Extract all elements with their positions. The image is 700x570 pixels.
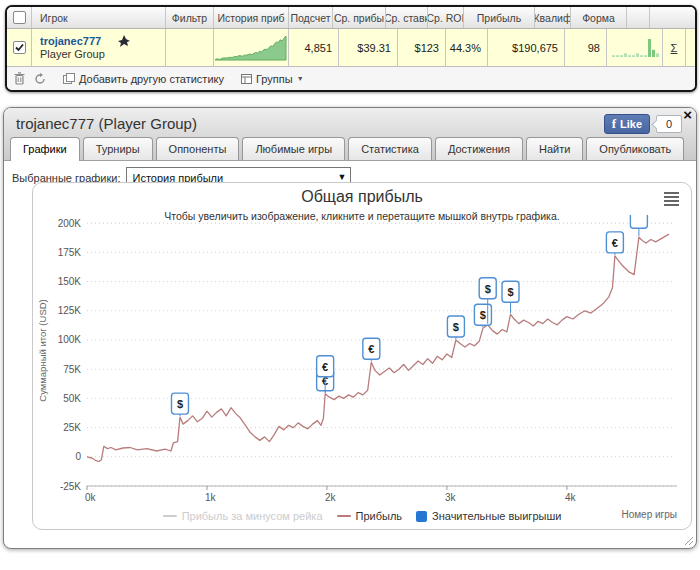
legend-item-profit[interactable]: Прибыль <box>337 510 403 522</box>
filter-cell <box>166 29 214 66</box>
resize-gripper[interactable] <box>683 535 694 546</box>
shark-icon <box>117 35 131 48</box>
groups-button[interactable]: Группы ▼ <box>241 73 304 85</box>
svg-text:175K: 175K <box>58 247 82 258</box>
tab-tournaments[interactable]: Турниры <box>83 137 153 160</box>
col-profit: Прибыль <box>464 7 535 28</box>
form-sparkline <box>610 37 660 59</box>
groups-dropdown-arrow: ▼ <box>297 75 304 82</box>
svg-text:€: € <box>322 361 328 373</box>
svg-text:$: $ <box>480 309 486 321</box>
facebook-like-widget: f Like 0 <box>604 114 682 134</box>
refresh-button[interactable] <box>34 73 46 85</box>
profit-history-sparkline <box>215 34 287 62</box>
profit-chart: Общая прибыль Чтобы увеличить изображени… <box>32 182 692 530</box>
table-row: trojanec777 Player Group 4,851 $39.31 $1… <box>7 29 695 66</box>
qualified-value: 98 <box>565 29 607 66</box>
col-count: Подсчет <box>289 7 333 28</box>
tab-achievements[interactable]: Достижения <box>435 137 523 160</box>
add-statistic-button[interactable]: Добавить другую статистику <box>63 73 224 85</box>
tab-statistics[interactable]: Статистика <box>348 137 432 160</box>
player-group-label: Player Group <box>40 48 105 61</box>
tab-opponents[interactable]: Оппоненты <box>156 137 240 160</box>
tab-find[interactable]: Найти <box>526 137 583 160</box>
row-checkbox[interactable] <box>13 41 26 54</box>
panel-title: trojanec777 (Player Group) <box>16 115 197 132</box>
groups-icon <box>241 74 252 84</box>
svg-text:$: $ <box>177 398 183 410</box>
avg-roi-value: 44.3% <box>446 29 488 66</box>
col-qualified: Квалиф <box>535 7 571 28</box>
svg-text:€: € <box>368 343 374 355</box>
tab-publish[interactable]: Опубликовать <box>586 137 684 160</box>
legend-item-big-wins[interactable]: Значительные выигрыши <box>416 510 561 522</box>
chevron-down-icon: ▼ <box>338 172 347 182</box>
tab-bar: Графики Турниры Оппоненты Любимые игры С… <box>10 137 687 160</box>
check-icon <box>15 43 24 52</box>
svg-text:125K: 125K <box>58 305 82 316</box>
chart-plot-area[interactable]: 200K175K150K125K100K75K50K25K0-25K0k1k2k… <box>33 183 689 527</box>
svg-text:2k: 2k <box>325 492 337 503</box>
svg-text:$: $ <box>453 321 459 333</box>
player-stats-widget: Игрок Фильтр История приб Подсчет Ср. пр… <box>5 5 697 92</box>
profit-value: $190,675 <box>488 29 565 66</box>
delete-button[interactable] <box>14 72 25 85</box>
svg-text:Суммарный итог (USD): Суммарный итог (USD) <box>37 299 48 401</box>
player-detail-panel: trojanec777 (Player Group) × f Like 0 Гр… <box>3 107 697 549</box>
close-button[interactable]: × <box>683 108 692 122</box>
player-name-link[interactable]: trojanec777 <box>40 35 101 48</box>
svg-text:4k: 4k <box>565 492 577 503</box>
svg-text:$: $ <box>485 283 491 295</box>
col-history: История приб <box>214 7 289 28</box>
summary-sigma-link[interactable]: Σ <box>671 42 678 54</box>
svg-text:50K: 50K <box>63 393 81 404</box>
chart-menu-icon[interactable] <box>664 192 679 208</box>
count-value: 4,851 <box>289 29 339 66</box>
like-count: 0 <box>656 115 682 133</box>
col-form: Форма <box>571 7 627 28</box>
svg-text:3k: 3k <box>445 492 457 503</box>
svg-text:1k: 1k <box>205 492 217 503</box>
col-player: Игрок <box>32 7 166 28</box>
svg-text:25K: 25K <box>63 422 81 433</box>
col-filter: Фильтр <box>166 7 214 28</box>
add-statistic-icon <box>63 73 75 84</box>
form-sparkline-cell <box>607 29 663 66</box>
chart-legend: Прибыль за минусом рейка Прибыль Значите… <box>33 510 691 522</box>
svg-text:0: 0 <box>75 451 81 462</box>
trash-icon <box>14 72 25 85</box>
refresh-icon <box>34 73 46 85</box>
tab-charts[interactable]: Графики <box>10 137 80 161</box>
select-all-cell <box>7 7 32 28</box>
svg-text:0k: 0k <box>85 492 97 503</box>
legend-item-rake[interactable]: Прибыль за минусом рейка <box>163 510 323 522</box>
avg-profit-value: $39.31 <box>339 29 398 66</box>
svg-text:$: $ <box>507 286 513 298</box>
col-avg-stake: Ср. ставк <box>386 7 428 28</box>
panel-header: trojanec777 (Player Group) × f Like 0 Гр… <box>4 108 696 161</box>
col-avg-roi: Ср. ROI <box>428 7 464 28</box>
facebook-like-button[interactable]: f Like <box>604 114 650 134</box>
col-sigma <box>627 7 650 28</box>
svg-text:75K: 75K <box>63 364 81 375</box>
table-toolbar: Добавить другую статистику Группы ▼ <box>7 66 695 90</box>
avg-stake-value: $123 <box>398 29 446 66</box>
select-all-checkbox[interactable] <box>13 11 26 24</box>
facebook-icon: f <box>612 116 616 132</box>
chart-title: Общая прибыль <box>33 188 691 206</box>
svg-text:-25K: -25K <box>60 481 81 492</box>
svg-text:150K: 150K <box>58 276 82 287</box>
svg-text:€: € <box>612 237 618 249</box>
x-axis-title: Номер игры <box>621 509 677 520</box>
svg-text:100K: 100K <box>58 334 82 345</box>
stats-table-header: Игрок Фильтр История приб Подсчет Ср. пр… <box>7 7 695 29</box>
history-sparkline-cell <box>214 29 289 66</box>
tab-favorite-games[interactable]: Любимые игры <box>242 137 345 160</box>
chart-subtitle: Чтобы увеличить изображение, кликните и … <box>33 210 691 222</box>
col-avg-profit: Ср. прибы <box>333 7 386 28</box>
